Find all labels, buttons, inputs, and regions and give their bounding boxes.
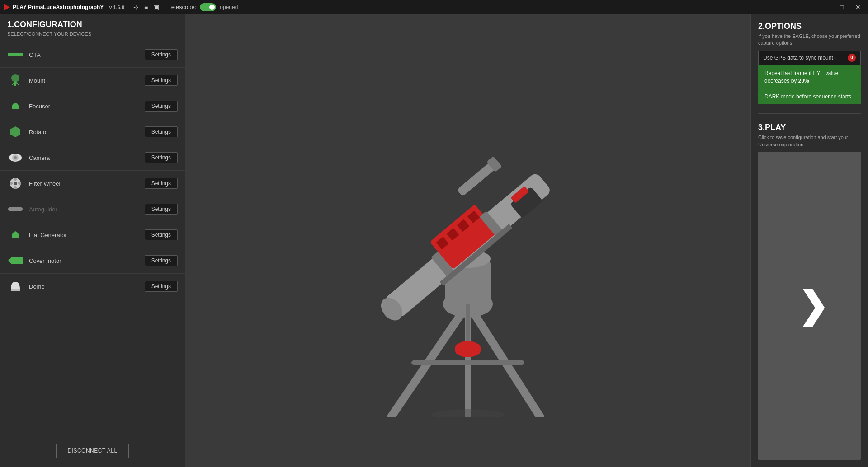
play-section: 3.PLAY Click to save configuration and s… bbox=[758, 123, 861, 460]
device-name-ota: OTA bbox=[29, 51, 145, 58]
svg-point-9 bbox=[18, 182, 21, 185]
repeat-frame-label: Repeat last frame if EYE value decreases… bbox=[764, 70, 838, 84]
rotator-icon bbox=[7, 124, 24, 140]
disconnect-all-button[interactable]: DISCONNECT ALL bbox=[56, 444, 128, 458]
mount-settings-button[interactable]: Settings bbox=[145, 75, 178, 86]
svg-point-5 bbox=[14, 156, 17, 159]
filterwheel-icon bbox=[7, 175, 24, 191]
flatgenerator-icon bbox=[7, 227, 24, 243]
window-controls: — □ ✕ bbox=[819, 2, 864, 12]
device-row-flatgenerator: Flat Generator Settings bbox=[0, 222, 185, 248]
mount-icon bbox=[7, 72, 24, 89]
titlebar-icons: ⊹ ≡ ▣ bbox=[133, 4, 159, 11]
camera-icon bbox=[7, 149, 24, 166]
app-version: v 1.6.0 bbox=[109, 5, 124, 10]
options-title: 2.OPTIONS bbox=[758, 22, 861, 31]
device-row-covermotor: Cover motor Settings bbox=[0, 248, 185, 274]
device-name-covermotor: Cover motor bbox=[29, 257, 145, 264]
device-row-mount: Mount Settings bbox=[0, 68, 185, 93]
svg-rect-0 bbox=[8, 53, 23, 56]
center-panel bbox=[185, 14, 750, 467]
titlebar: PLAY PrimaLuceAstrophotographY v 1.6.0 ⊹… bbox=[0, 0, 868, 14]
device-name-flatgenerator: Flat Generator bbox=[29, 232, 145, 238]
svg-rect-23 bbox=[455, 344, 481, 355]
play-desc: Click to save configuration and start yo… bbox=[758, 134, 861, 148]
main-layout: 1.CONFIGURATION SELECT/CONNECT YOUR DEVI… bbox=[0, 14, 868, 467]
device-name-rotator: Rotator bbox=[29, 129, 145, 135]
device-name-camera: Camera bbox=[29, 154, 145, 161]
svg-rect-13 bbox=[11, 289, 20, 291]
play-button[interactable]: ❯ bbox=[758, 152, 861, 460]
device-name-filterwheel: Filter Wheel bbox=[29, 180, 145, 187]
maximize-button[interactable]: □ bbox=[835, 2, 848, 12]
gps-label: Use GPS data to sync mount - bbox=[763, 55, 836, 61]
play-title: 3.PLAY bbox=[758, 123, 861, 132]
focuser-settings-button[interactable]: Settings bbox=[145, 101, 178, 112]
device-row-rotator: Rotator Settings bbox=[0, 119, 185, 145]
autoguider-icon bbox=[7, 201, 24, 217]
device-list: OTA Settings Mount Settings bbox=[0, 42, 185, 438]
camera-settings-button[interactable]: Settings bbox=[145, 152, 178, 163]
svg-point-8 bbox=[14, 178, 17, 181]
device-name-focuser: Focuser bbox=[29, 103, 145, 110]
device-row-filterwheel: Filter Wheel Settings bbox=[0, 171, 185, 196]
dark-mode-button[interactable]: DARK mode before sequence starts bbox=[758, 89, 861, 104]
focuser-icon bbox=[7, 98, 24, 114]
ota-icon bbox=[7, 47, 24, 63]
app-name: PLAY PrimaLuceAstrophotographY bbox=[13, 4, 104, 10]
minimize-button[interactable]: — bbox=[819, 2, 832, 12]
dome-icon bbox=[7, 278, 24, 294]
repeat-frame-button[interactable]: Repeat last frame if EYE value decreases… bbox=[758, 65, 861, 89]
device-row-ota: OTA Settings bbox=[0, 42, 185, 68]
ota-settings-button[interactable]: Settings bbox=[145, 49, 178, 60]
disconnect-bar: DISCONNECT ALL bbox=[0, 438, 185, 463]
device-name-autoguider: Autoguider bbox=[29, 206, 145, 213]
covermotor-icon bbox=[7, 252, 24, 269]
svg-point-11 bbox=[10, 182, 13, 185]
config-title: 1.CONFIGURATION bbox=[0, 20, 185, 31]
device-name-mount: Mount bbox=[29, 77, 145, 84]
section-divider bbox=[758, 113, 861, 114]
left-panel: 1.CONFIGURATION SELECT/CONNECT YOUR DEVI… bbox=[0, 14, 185, 467]
svg-point-10 bbox=[14, 186, 17, 189]
device-row-camera: Camera Settings bbox=[0, 145, 185, 171]
options-desc: If you have the EAGLE, choose your prefe… bbox=[758, 33, 861, 47]
save-icon[interactable]: ▣ bbox=[153, 4, 159, 11]
device-row-autoguider: Autoguider Settings bbox=[0, 196, 185, 222]
gps-dropdown[interactable]: Use GPS data to sync mount - 0 bbox=[758, 51, 861, 65]
cursor-icon[interactable]: ⊹ bbox=[133, 4, 139, 11]
telescope-status: opened bbox=[220, 4, 238, 10]
play-chevron-icon: ❯ bbox=[798, 288, 828, 324]
dome-settings-button[interactable]: Settings bbox=[145, 281, 178, 292]
settings-icon[interactable]: ≡ bbox=[144, 4, 148, 11]
gps-badge: 0 bbox=[848, 54, 856, 62]
filterwheel-settings-button[interactable]: Settings bbox=[145, 178, 178, 189]
svg-point-7 bbox=[14, 182, 17, 185]
device-row-focuser: Focuser Settings bbox=[0, 93, 185, 119]
autoguider-settings-button[interactable]: Settings bbox=[145, 204, 178, 215]
rotator-settings-button[interactable]: Settings bbox=[145, 126, 178, 137]
covermotor-settings-button[interactable]: Settings bbox=[145, 255, 178, 266]
right-panel: 2.OPTIONS If you have the EAGLE, choose … bbox=[750, 14, 868, 467]
device-row-dome: Dome Settings bbox=[0, 274, 185, 299]
svg-point-38 bbox=[432, 409, 504, 417]
logo-triangle bbox=[4, 4, 10, 11]
svg-rect-12 bbox=[8, 207, 23, 211]
config-subtitle: SELECT/CONNECT YOUR DEVICES bbox=[0, 31, 185, 42]
app-logo: PLAY PrimaLuceAstrophotographY v 1.6.0 bbox=[4, 4, 124, 11]
telescope-label: Telescope: bbox=[168, 4, 196, 10]
flatgenerator-settings-button[interactable]: Settings bbox=[145, 229, 178, 240]
device-name-dome: Dome bbox=[29, 283, 145, 290]
telescope-illustration bbox=[310, 71, 626, 410]
close-button[interactable]: ✕ bbox=[852, 2, 864, 12]
telescope-status-bar: Telescope: opened bbox=[168, 3, 238, 11]
options-section: 2.OPTIONS If you have the EAGLE, choose … bbox=[758, 22, 861, 104]
svg-point-1 bbox=[11, 74, 19, 82]
telescope-toggle[interactable] bbox=[200, 3, 216, 11]
